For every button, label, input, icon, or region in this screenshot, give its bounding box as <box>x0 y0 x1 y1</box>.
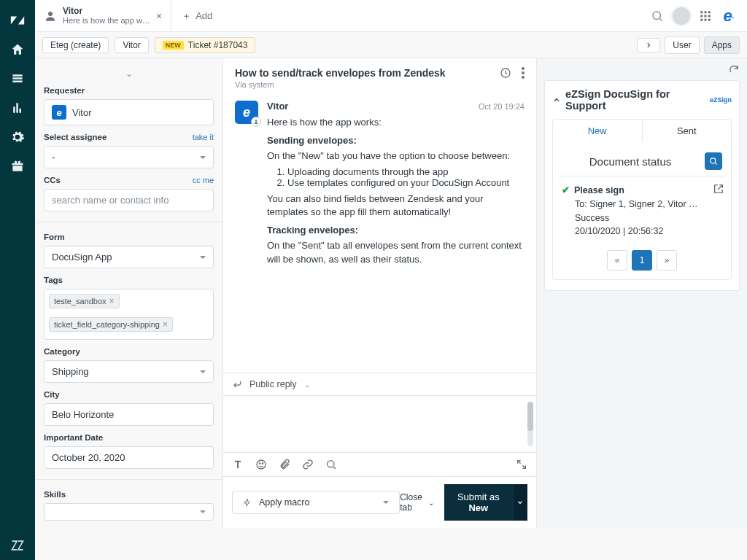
tag-label: teste_sandbox <box>54 297 107 306</box>
svg-rect-2 <box>700 11 703 13</box>
close-icon[interactable]: × <box>156 10 162 22</box>
ccs-label: CCs <box>44 176 61 184</box>
reports-icon[interactable] <box>0 93 35 122</box>
zendesk-logo-icon[interactable] <box>0 6 35 35</box>
crumb-ticket[interactable]: NEW Ticket #187043 <box>155 37 256 53</box>
ccs-input[interactable] <box>44 189 214 211</box>
chevron-down-icon: ⌄ <box>428 499 434 507</box>
more-icon[interactable] <box>522 67 525 79</box>
reply-arrow-icon <box>232 379 242 389</box>
svg-point-19 <box>328 461 334 467</box>
submit-button[interactable]: Submit as New <box>444 484 513 521</box>
avatar[interactable] <box>671 6 692 26</box>
submit-caret-button[interactable] <box>513 484 527 521</box>
envelope-timestamp: 20/10/2020 | 20:56:32 <box>562 225 722 238</box>
city-value: Belo Horizonte <box>52 409 114 420</box>
date-label: Important Date <box>44 433 214 442</box>
tab-title: Vitor <box>63 7 150 16</box>
svg-rect-4 <box>708 11 711 13</box>
reply-type-selector[interactable]: Public reply ⌄ <box>223 373 536 395</box>
reply-editor[interactable] <box>223 395 536 452</box>
date-value: October 20, 2020 <box>52 452 125 463</box>
ezsign-brand-icon[interactable]: e. <box>719 7 738 26</box>
city-field[interactable]: Belo Horizonte <box>44 403 214 426</box>
zendesk-z-icon[interactable] <box>0 531 35 560</box>
breadcrumb: Eteg (create) Vitor NEW Ticket #187043 U… <box>35 32 747 58</box>
apps-panel-button[interactable]: Apps <box>704 36 740 54</box>
form-select[interactable]: DocuSign App <box>44 246 214 268</box>
comment-heading: Sending envelopes: <box>267 135 357 146</box>
chevron-down-icon[interactable]: ⌄ <box>44 69 214 79</box>
share-icon[interactable] <box>713 184 724 194</box>
comment-time: Oct 20 19:24 <box>479 102 525 111</box>
search-icon[interactable] <box>651 9 664 23</box>
views-icon[interactable] <box>0 64 35 93</box>
tab-sent[interactable]: Sent <box>643 120 732 142</box>
comment: e Vitor Oct 20 19:24 Here is how the app… <box>235 101 525 267</box>
events-icon[interactable] <box>500 67 511 79</box>
close-tab-button[interactable]: Close tab ⌄ <box>400 492 434 513</box>
page-number-button[interactable]: 1 <box>632 250 652 271</box>
ezsign-app-card: eZSign DocuSign for Support eZSign New S… <box>544 80 740 291</box>
user-panel-button[interactable]: User <box>665 36 699 54</box>
envelope-to: To: Signer 1, Signer 2, Vitor … <box>562 198 722 211</box>
add-tab-button[interactable]: ＋ Add <box>171 0 222 31</box>
take-it-link[interactable]: take it <box>193 133 214 141</box>
requester-avatar-icon: e <box>52 105 66 120</box>
tags-field[interactable]: teste_sandbox × ticket_field_category-sh… <box>44 289 214 340</box>
document-status-title: Document status <box>562 155 699 168</box>
apps-panel: eZSign DocuSign for Support eZSign New S… <box>537 58 747 528</box>
expand-icon[interactable] <box>516 459 527 470</box>
comment-heading: Tracking envelopes: <box>267 225 358 236</box>
tag-chip[interactable]: ticket_field_category-shipping × <box>49 317 173 332</box>
comment-author: Vitor <box>267 101 288 112</box>
text-format-icon[interactable] <box>232 459 244 470</box>
remove-tag-icon[interactable]: × <box>109 296 115 306</box>
ticket-via: Via system <box>235 80 446 89</box>
svg-rect-8 <box>700 18 703 20</box>
gift-icon[interactable] <box>0 152 35 181</box>
attachment-icon[interactable] <box>279 459 290 470</box>
ezsign-logo-icon: eZSign <box>710 96 732 104</box>
apply-macro-label: Apply macro <box>259 497 309 508</box>
chevron-down-icon: ⌄ <box>304 381 310 389</box>
requester-value: Vitor <box>72 107 92 118</box>
ticket-tab[interactable]: Vitor Here is how the app wor... × <box>35 0 171 31</box>
tab-new[interactable]: New <box>553 120 643 142</box>
comment-line: Here is how the app works: <box>267 116 525 130</box>
check-icon: ✔ <box>562 185 570 195</box>
envelope-item[interactable]: ✔Please sign To: Signer 1, Signer 2, Vit… <box>559 176 725 241</box>
page-prev-button[interactable]: « <box>607 250 627 271</box>
category-select[interactable]: Shipping <box>44 360 214 383</box>
tab-subtitle: Here is how the app wor... <box>63 16 150 25</box>
remove-tag-icon[interactable]: × <box>163 319 168 330</box>
tag-chip[interactable]: teste_sandbox × <box>49 294 120 308</box>
page-next-button[interactable]: » <box>657 250 677 271</box>
refresh-icon[interactable] <box>728 63 740 75</box>
apply-macro-button[interactable]: Apply macro <box>232 491 400 514</box>
skills-select[interactable] <box>44 503 214 521</box>
crumb-org[interactable]: Eteg (create) <box>42 37 109 53</box>
home-icon[interactable] <box>0 35 35 64</box>
ccs-search-input[interactable] <box>52 195 206 206</box>
ticket-subject: How to send/track envelopes from Zendesk <box>235 67 446 79</box>
cc-me-link[interactable]: cc me <box>193 176 214 184</box>
next-arrow-button[interactable] <box>637 38 660 52</box>
emoji-icon[interactable] <box>255 459 267 470</box>
link-icon[interactable] <box>302 459 314 470</box>
crumb-user[interactable]: Vitor <box>115 37 148 53</box>
search-envelopes-button[interactable] <box>705 152 722 170</box>
scrollbar-thumb[interactable] <box>527 402 533 431</box>
assignee-select[interactable]: - <box>44 146 214 168</box>
svg-point-14 <box>522 76 525 79</box>
admin-gear-icon[interactable] <box>0 122 35 152</box>
svg-rect-10 <box>708 18 711 20</box>
form-label: Form <box>44 233 214 241</box>
date-field[interactable]: October 20, 2020 <box>44 446 214 469</box>
app-title: eZSign DocuSign for Support <box>565 88 705 112</box>
assignee-value: - <box>52 152 55 163</box>
products-grid-icon[interactable] <box>699 9 712 23</box>
search-icon[interactable] <box>325 459 337 470</box>
collapse-app-icon[interactable] <box>552 96 561 104</box>
requester-field[interactable]: e Vitor <box>44 99 214 125</box>
